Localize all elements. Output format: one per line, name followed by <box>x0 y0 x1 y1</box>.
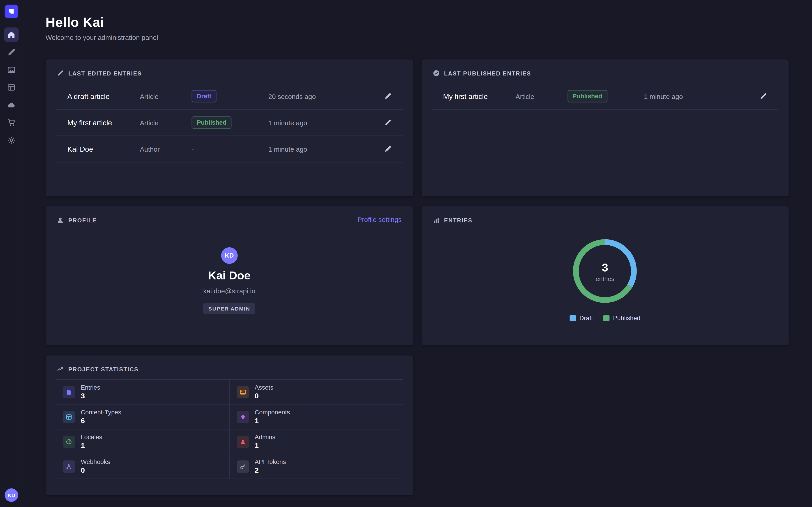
sidebar-item-content-type-builder[interactable] <box>4 80 18 95</box>
main-content: Hello Kai Welcome to your administration… <box>23 0 812 495</box>
sidebar-item-home[interactable] <box>4 27 18 42</box>
page-title: Hello Kai <box>46 14 789 30</box>
pencil-icon <box>760 93 767 100</box>
stat-value: 1 <box>81 441 102 450</box>
page-header: Hello Kai Welcome to your administration… <box>23 0 812 59</box>
globe-icon <box>63 435 75 448</box>
settings-gear-icon <box>7 136 15 145</box>
status-badge: Published <box>192 116 232 129</box>
file-icon <box>63 386 75 398</box>
entries-table: My first article Article Published 1 min… <box>432 83 778 110</box>
profile-settings-link[interactable]: Profile settings <box>357 216 402 223</box>
logo-box <box>0 0 23 23</box>
stat-label: Components <box>255 409 290 416</box>
profile-avatar: KD <box>221 247 238 264</box>
edit-entry-button[interactable] <box>760 93 767 100</box>
entry-kind: Article <box>516 93 567 100</box>
profile-card: PROFILE Profile settings KD Kai Doe kai.… <box>46 207 413 345</box>
entry-row: A draft article Article Draft 20 seconds… <box>56 83 403 109</box>
card-head: LAST EDITED ENTRIES <box>46 59 413 76</box>
edit-entry-button[interactable] <box>384 145 391 153</box>
edit-entry-button[interactable] <box>384 93 391 100</box>
stat-assets: Assets 0 <box>230 380 403 404</box>
stat-value: 1 <box>255 416 290 425</box>
status-badge: Published <box>567 90 607 102</box>
entries-table: A draft article Article Draft 20 seconds… <box>56 83 403 163</box>
stat-row: Entries 3 Assets 0 <box>56 379 403 404</box>
stat-value: 2 <box>255 466 286 474</box>
profile-email: kai.doe@strapi.io <box>203 287 255 295</box>
published-color-chip <box>603 315 609 321</box>
strapi-logo-icon <box>8 8 15 15</box>
sidebar-item-media-library[interactable] <box>4 63 18 77</box>
stat-api-tokens: API Tokens 2 <box>230 454 403 478</box>
strapi-logo[interactable] <box>5 5 18 18</box>
entry-name: My first article <box>443 92 515 101</box>
status-empty: - <box>192 145 268 153</box>
stat-label: Entries <box>81 384 100 391</box>
page-subtitle: Welcome to your administration panel <box>46 33 789 42</box>
sidebar-item-cloud[interactable] <box>4 98 18 112</box>
last-edited-entries-card: LAST EDITED ENTRIES A draft article Arti… <box>46 59 413 196</box>
entry-time: 1 minute ago <box>268 145 378 153</box>
card-head: PROJECT STATISTICS <box>46 355 413 373</box>
pencil-icon <box>57 70 64 76</box>
stat-row: Locales 1 Admins 1 <box>56 429 403 454</box>
stat-locales: Locales 1 <box>56 430 230 454</box>
pencil-icon <box>384 119 391 126</box>
chart-bars-icon <box>433 217 439 224</box>
entry-name: My first article <box>67 118 140 127</box>
key-icon <box>237 460 249 472</box>
stat-value: 0 <box>255 392 273 400</box>
sidebar-item-marketplace[interactable] <box>4 115 18 130</box>
entry-kind: Article <box>140 119 192 126</box>
entry-row: My first article Article Published 1 min… <box>56 109 403 135</box>
edit-entry-button[interactable] <box>384 119 391 126</box>
app-root: KD Hello Kai Welcome to your administrat… <box>0 0 812 507</box>
stat-admins: Admins 1 <box>230 430 403 454</box>
stat-content-types: Content-Types 6 <box>56 404 230 429</box>
person-icon <box>237 435 249 448</box>
entries-count: 3 <box>602 262 608 274</box>
user-avatar[interactable]: KD <box>5 488 18 502</box>
profile-body: KD Kai Doe kai.doe@strapi.io SUPER ADMIN <box>46 224 413 314</box>
stat-label: Webhooks <box>81 458 110 465</box>
content-manager-pencil-icon <box>7 48 15 57</box>
user-icon <box>57 217 64 224</box>
entry-name: Kai Doe <box>67 145 140 153</box>
legend-label: Draft <box>579 315 593 322</box>
legend-label: Published <box>613 315 640 322</box>
role-badge: SUPER ADMIN <box>203 303 255 314</box>
layout-icon <box>63 410 75 423</box>
chart-legend: Draft Published <box>421 315 789 322</box>
stat-entries: Entries 3 <box>56 380 230 404</box>
last-published-entries-card: LAST PUBLISHED ENTRIES My first article … <box>421 59 789 196</box>
entry-row: My first article Article Published 1 min… <box>432 83 778 110</box>
project-statistics-card: PROJECT STATISTICS Entries 3 <box>46 355 413 495</box>
sidebar-item-content-manager[interactable] <box>4 45 18 59</box>
pencil-icon <box>384 145 391 153</box>
media-library-icon <box>7 66 15 74</box>
stat-row: Content-Types 6 Components 1 <box>56 404 403 429</box>
sidebar-item-settings[interactable] <box>4 133 18 147</box>
check-circle-icon <box>433 70 439 76</box>
status-badge: Draft <box>192 90 216 102</box>
entry-time: 1 minute ago <box>268 119 378 126</box>
card-title: PROJECT STATISTICS <box>68 366 139 372</box>
legend-item-published: Published <box>603 315 640 322</box>
card-title: LAST EDITED ENTRIES <box>68 70 142 76</box>
content-type-builder-icon <box>7 83 15 92</box>
stat-value: 3 <box>81 392 100 400</box>
stat-label: Content-Types <box>81 409 121 416</box>
home-icon <box>7 31 15 39</box>
pencil-icon <box>384 93 391 100</box>
sidebar: KD <box>0 0 23 507</box>
card-head: ENTRIES <box>421 207 789 224</box>
stat-value: 1 <box>255 441 275 450</box>
marketplace-cart-icon <box>7 118 15 127</box>
profile-name: Kai Doe <box>208 269 250 283</box>
cloud-icon <box>7 101 15 109</box>
entries-card: ENTRIES 3 entries Draft <box>421 207 789 345</box>
image-icon <box>237 386 249 398</box>
entry-row: Kai Doe Author - 1 minute ago <box>56 136 403 163</box>
